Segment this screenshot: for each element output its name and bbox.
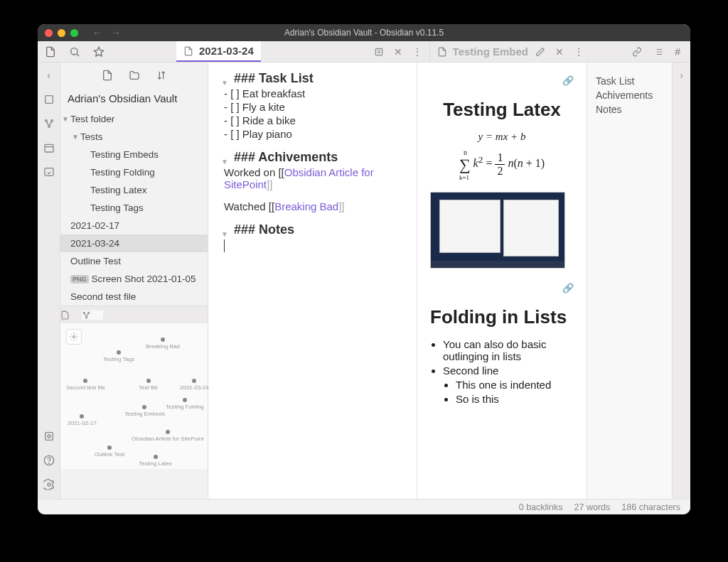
backlinks-icon[interactable] — [632, 47, 642, 57]
minimize-window[interactable] — [58, 29, 65, 37]
preview-pane[interactable]: 🔗 Testing Latex y = mx + b n ∑ k=1 k2 = … — [417, 63, 587, 499]
file-sidebar: Adrian's Obsidian Vault ▼Test folder ▼Te… — [60, 63, 208, 499]
more-icon[interactable]: ⋮ — [412, 46, 422, 58]
tree-file[interactable]: PNGScreen Shot 2021-01-05 — [60, 270, 208, 288]
tab-preview[interactable]: Testing Embed — [429, 41, 535, 62]
svg-line-30 — [87, 313, 88, 316]
tab-preview-title: Testing Embed — [453, 45, 528, 58]
link-anchor-icon[interactable]: 🔗 — [562, 283, 574, 293]
outline-pane: Task List Achivements Notes — [587, 63, 672, 499]
nav-arrows: ← → — [92, 27, 121, 38]
preview-toggle-icon[interactable] — [374, 47, 384, 57]
svg-line-29 — [85, 313, 86, 316]
svg-line-1 — [77, 54, 79, 56]
math-inline: y = mx + b — [430, 131, 574, 143]
svg-point-25 — [48, 483, 50, 486]
new-folder-icon[interactable] — [129, 70, 140, 81]
close-window[interactable] — [45, 29, 53, 37]
status-chars: 186 characters — [621, 502, 680, 512]
document-icon — [183, 46, 193, 56]
svg-line-16 — [46, 121, 48, 126]
svg-rect-12 — [45, 96, 53, 104]
collapse-right-icon[interactable]: › — [680, 70, 683, 81]
star-icon[interactable] — [93, 46, 105, 58]
tree-file[interactable]: Testing Latex — [60, 181, 208, 199]
close-tab-icon[interactable]: ✕ — [394, 46, 402, 58]
sort-icon[interactable] — [156, 70, 167, 81]
edit-icon[interactable] — [535, 47, 545, 57]
link-anchor-icon[interactable]: 🔗 — [562, 75, 574, 86]
outline-icon[interactable] — [653, 47, 663, 57]
graph-tab-graph-icon[interactable] — [82, 310, 103, 320]
new-note-icon[interactable] — [102, 70, 113, 81]
tree-folder[interactable]: ▼Test folder — [60, 110, 208, 128]
quick-switcher-icon[interactable] — [43, 94, 55, 105]
svg-point-31 — [73, 336, 75, 338]
left-ribbon: ‹ — [38, 63, 60, 499]
sidebar-top-tools — [38, 41, 176, 62]
outline-item[interactable]: Task List — [596, 75, 663, 87]
svg-rect-20 — [45, 168, 53, 176]
text-cursor — [224, 239, 225, 252]
file-explorer-icon[interactable] — [45, 46, 56, 58]
vault-name: Adrian's Obsidian Vault — [60, 88, 208, 110]
tree-file[interactable]: Testing Folding — [60, 163, 208, 181]
graph-canvas[interactable]: Breaking Bad Testing Tags Second test fi… — [60, 323, 208, 469]
tree-file-selected[interactable]: 2021-03-24 — [60, 234, 208, 252]
tab-editor-title: 2021-03-24 — [199, 45, 254, 57]
window-title: Adrian's Obsidian Vault - Obsidian v0.11… — [38, 28, 690, 38]
internal-link[interactable]: Breaking Bad — [274, 200, 338, 212]
math-block: n ∑ k=1 k2 = 12 n(n + 1) — [430, 151, 574, 178]
tab-editor-actions: ✕ ⋮ — [374, 41, 429, 62]
more-icon[interactable]: ⋮ — [574, 46, 584, 58]
svg-point-15 — [48, 126, 50, 128]
help-icon[interactable] — [43, 455, 55, 466]
status-bar: 0 backlinks 27 words 186 characters — [38, 499, 690, 514]
titlebar: ← → Adrian's Obsidian Vault - Obsidian v… — [38, 24, 690, 41]
daily-note-icon[interactable] — [43, 142, 55, 153]
svg-rect-21 — [45, 433, 53, 441]
tree-file[interactable]: Outline Test — [60, 252, 208, 270]
tree-file[interactable]: Second test file — [60, 288, 208, 306]
svg-point-28 — [85, 316, 87, 318]
tree-file[interactable]: Testing Embeds — [60, 146, 208, 163]
right-ribbon: › — [672, 63, 690, 499]
search-icon[interactable] — [69, 46, 80, 58]
tree-file[interactable]: Testing Tags — [60, 199, 208, 217]
graph-settings-icon[interactable] — [66, 329, 82, 345]
editor-pane[interactable]: ▼### Task List - [ ] Eat breakfast - [ ]… — [208, 63, 417, 499]
template-icon[interactable] — [43, 166, 55, 178]
traffic-lights — [45, 29, 78, 37]
tags-icon[interactable]: # — [675, 46, 680, 58]
outline-item[interactable]: Notes — [596, 104, 663, 115]
svg-point-0 — [71, 48, 77, 54]
tab-editor[interactable]: 2021-03-24 — [176, 41, 261, 62]
svg-point-22 — [48, 435, 50, 438]
vault-icon[interactable] — [43, 431, 55, 442]
svg-rect-18 — [45, 144, 53, 152]
status-words: 27 words — [574, 502, 611, 512]
nav-forward-icon[interactable]: → — [111, 27, 121, 38]
graph-view-icon[interactable] — [43, 118, 55, 129]
collapse-sidebar-icon[interactable]: ‹ — [47, 70, 50, 81]
local-graph-panel: Breaking Bad Testing Tags Second test fi… — [60, 306, 208, 469]
document-icon — [437, 47, 447, 57]
tree-file[interactable]: 2021-02-17 — [60, 217, 208, 234]
svg-point-24 — [48, 463, 49, 464]
outline-item[interactable]: Achivements — [596, 90, 663, 101]
tab-preview-actions: ✕ ⋮ — [535, 41, 591, 62]
preview-list: You can also do basic outlinging in list… — [443, 338, 574, 405]
tree-folder[interactable]: ▼Tests — [60, 128, 208, 146]
close-tab-icon[interactable]: ✕ — [555, 46, 564, 58]
settings-icon[interactable] — [43, 479, 55, 490]
file-tree: ▼Test folder ▼Tests Testing Embeds Testi… — [60, 110, 208, 306]
right-pane-toolbar: # — [591, 41, 690, 62]
status-backlinks[interactable]: 0 backlinks — [519, 502, 563, 512]
top-toolbar: 2021-03-24 ✕ ⋮ Testing Embed ✕ ⋮ — [38, 41, 690, 63]
nav-back-icon[interactable]: ← — [92, 27, 102, 38]
embedded-screenshot — [430, 192, 565, 269]
maximize-window[interactable] — [70, 29, 78, 37]
sidebar-tools — [60, 63, 208, 88]
graph-tab-file-icon[interactable] — [60, 310, 82, 320]
svg-marker-2 — [94, 47, 103, 56]
